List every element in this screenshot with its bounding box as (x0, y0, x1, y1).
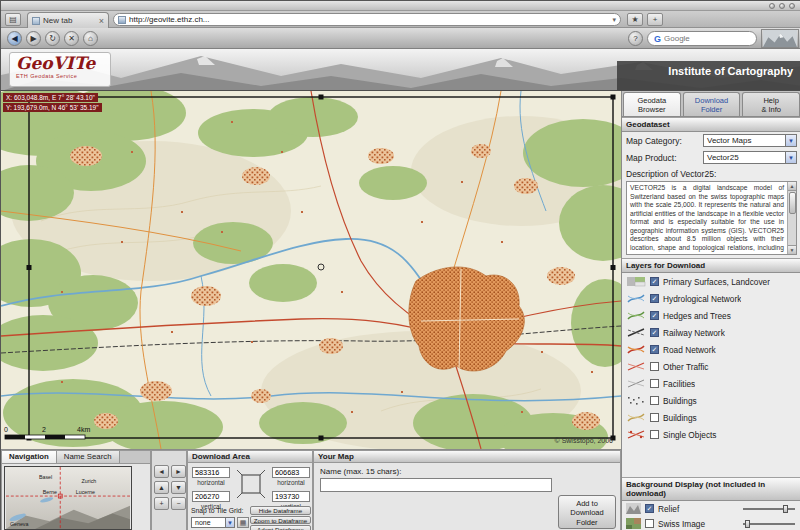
download-area-title: Download Area (188, 451, 312, 463)
map-viewport[interactable]: 0 2 4km © Swisstopo, 2006 X: 603,048.8m,… (1, 91, 621, 449)
layer-checkbox[interactable] (650, 311, 659, 320)
map-product-select[interactable]: Vector25 ▼ (703, 151, 797, 164)
tab-geodata-browser[interactable]: Geodata Browser (623, 92, 681, 116)
institute-title: Institute of Cartography (668, 65, 793, 77)
description-scrollbar[interactable]: ▲ ▼ (787, 182, 796, 254)
map-controls-panel: ◄ ► ▲ ▼ + − (151, 450, 187, 530)
coordinate-x: X: 603,048.8m, E 7° 28' 43.10" (3, 93, 98, 102)
window-close-button[interactable] (789, 3, 795, 9)
zoom-to-dataframe-button[interactable]: Zoom to Dataframe (250, 516, 311, 525)
sidebar-toggle-icon[interactable]: ▤ (5, 13, 21, 26)
slider-thumb[interactable] (783, 505, 788, 513)
overview-map[interactable]: Basel Zurich Lucerne Berne Geneva (4, 466, 132, 530)
pan-right-icon[interactable]: ► (171, 465, 186, 478)
tab-label: Help (743, 96, 799, 105)
layer-checkbox[interactable] (650, 362, 659, 371)
tab-favicon (32, 17, 40, 25)
tab-label: Folder (684, 105, 740, 114)
forward-icon[interactable]: ▶ (26, 31, 41, 46)
city-label-lucerne: Lucerne (76, 489, 95, 495)
map-name-input[interactable] (320, 478, 552, 492)
tab-label: & Info (743, 105, 799, 114)
add-tab-icon[interactable]: + (647, 13, 663, 26)
url-input[interactable] (129, 15, 609, 24)
relief-checkbox[interactable] (645, 504, 654, 513)
layer-checkbox[interactable] (650, 430, 659, 439)
swissimage-label: Swiss Image (658, 519, 705, 529)
zoom-out-icon[interactable]: − (171, 497, 186, 510)
tab-label: Geodata (624, 96, 680, 105)
coord-north-input[interactable] (192, 491, 230, 502)
adopt-dataframe-button[interactable]: Adopt Dataframe (250, 525, 311, 530)
tab-download-folder[interactable]: Download Folder (683, 92, 741, 116)
bookmark-icon[interactable]: ★ (627, 13, 643, 26)
address-bar[interactable]: ▾ (113, 13, 621, 26)
layer-label: Primary Surfaces, Landcover (663, 277, 770, 287)
layer-row: Single Objects (622, 426, 800, 443)
hide-dataframe-button[interactable]: Hide Dataframe (250, 506, 311, 515)
layer-checkbox[interactable] (650, 396, 659, 405)
url-dropdown-icon[interactable]: ▾ (612, 16, 616, 24)
map-canvas[interactable]: 0 2 4km © Swisstopo, 2006 (1, 91, 621, 449)
window-maximize-button[interactable] (779, 3, 785, 9)
your-map-panel: Your Map Name (max. 15 chars): Add to Do… (313, 450, 621, 530)
swissimage-checkbox[interactable] (645, 519, 654, 528)
other-traffic-lines-icon (626, 361, 646, 372)
pan-up-icon[interactable]: ▲ (154, 481, 169, 494)
layer-checkbox[interactable] (650, 328, 659, 337)
coord-east-input[interactable] (272, 467, 310, 478)
layer-label: Hydrological Network (663, 294, 741, 304)
layer-label: Buildings (663, 396, 697, 406)
tab-help-info[interactable]: Help & Info (742, 92, 800, 116)
coordinate-y: Y: 193,679.0m, N 46° 53' 35.19" (3, 103, 102, 112)
cursor-coordinates: X: 603,048.8m, E 7° 28' 43.10" Y: 193,67… (3, 93, 102, 113)
chevron-down-icon[interactable]: ▼ (785, 152, 796, 163)
web-search-input[interactable] (664, 34, 750, 43)
coord-south-input[interactable] (272, 491, 310, 502)
site-favicon (118, 16, 126, 24)
scroll-up-icon[interactable]: ▲ (788, 182, 796, 191)
facilities-lines-icon (626, 378, 646, 389)
toolbar-theme-image (761, 29, 799, 48)
home-icon[interactable]: ⌂ (83, 31, 98, 46)
tile-grid-icon[interactable]: ▦ (237, 517, 249, 528)
window-minimize-button[interactable] (769, 3, 775, 9)
layer-checkbox[interactable] (650, 345, 659, 354)
chevron-down-icon[interactable]: ▼ (225, 518, 234, 527)
reload-icon[interactable]: ↻ (45, 31, 60, 46)
zoom-in-icon[interactable]: + (154, 497, 169, 510)
map-category-select[interactable]: Vector Maps ▼ (703, 134, 797, 147)
window-controls[interactable] (769, 3, 795, 9)
snap-value: none (195, 519, 211, 526)
chevron-down-icon[interactable]: ▼ (785, 135, 796, 146)
layer-label: Single Objects (663, 430, 717, 440)
relief-opacity-slider[interactable] (743, 505, 795, 513)
snap-to-tile-grid-select[interactable]: none ▼ (191, 517, 235, 528)
add-to-download-folder-button[interactable]: Add to Download Folder (558, 495, 616, 529)
tab-close-icon[interactable]: × (99, 16, 104, 26)
layer-checkbox[interactable] (650, 277, 659, 286)
railway-lines-icon (626, 327, 646, 338)
pan-left-icon[interactable]: ◄ (154, 465, 169, 478)
web-search-box[interactable]: G (647, 31, 757, 46)
coord-west-input[interactable] (192, 467, 230, 478)
layer-row: Primary Surfaces, Landcover (622, 273, 800, 290)
layer-checkbox[interactable] (650, 294, 659, 303)
browser-tab[interactable]: New tab × (27, 12, 109, 28)
layer-checkbox[interactable] (650, 413, 659, 422)
tab-name-search[interactable]: Name Search (57, 451, 120, 463)
help-icon[interactable]: ? (628, 31, 643, 46)
swissimage-opacity-slider[interactable] (743, 520, 795, 528)
tab-navigation[interactable]: Navigation (2, 451, 57, 463)
back-icon[interactable]: ◀ (7, 31, 22, 46)
layer-row: Road Network (622, 341, 800, 358)
scrollbar-thumb[interactable] (789, 192, 796, 214)
description-box: VECTOR25 is a digital landscape model of… (626, 181, 797, 255)
extent-frame-icon (236, 469, 266, 501)
stop-icon[interactable]: ✕ (64, 31, 79, 46)
scroll-down-icon[interactable]: ▼ (788, 245, 796, 254)
pan-down-icon[interactable]: ▼ (171, 481, 186, 494)
tab-title: New tab (43, 16, 96, 25)
layer-checkbox[interactable] (650, 379, 659, 388)
slider-thumb[interactable] (745, 520, 750, 528)
